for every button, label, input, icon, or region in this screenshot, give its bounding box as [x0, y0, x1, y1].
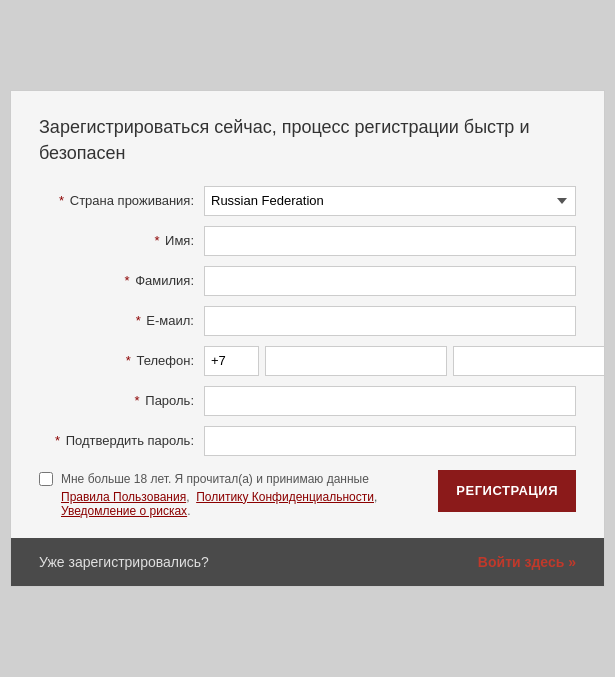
registration-card: Зарегистрироваться сейчас, процесс регис…	[10, 90, 605, 586]
form-section: Зарегистрироваться сейчас, процесс регис…	[11, 91, 604, 537]
email-input[interactable]	[204, 306, 576, 336]
name-input[interactable]	[204, 226, 576, 256]
lastname-row: * Фамилия:	[39, 266, 576, 296]
register-button[interactable]: РЕГИСТРАЦИЯ	[438, 470, 576, 512]
form-title: Зарегистрироваться сейчас, процесс регис…	[39, 115, 576, 165]
terms-left: Мне больше 18 лет. Я прочитал(а) и прини…	[39, 470, 428, 518]
phone-part1-input[interactable]	[265, 346, 447, 376]
required-star: *	[59, 193, 64, 208]
name-label: * Имя:	[39, 233, 204, 248]
login-link[interactable]: Войти здесь »	[478, 554, 576, 570]
required-star-email: *	[136, 313, 141, 328]
country-label: * Страна проживания:	[39, 193, 204, 208]
required-star-name: *	[154, 233, 159, 248]
phone-code-input[interactable]	[204, 346, 259, 376]
terms-text: Мне больше 18 лет. Я прочитал(а) и прини…	[61, 470, 428, 488]
footer-bar: Уже зарегистрировались? Войти здесь »	[11, 538, 604, 586]
footer-text: Уже зарегистрировались?	[39, 554, 209, 570]
password-input[interactable]	[204, 386, 576, 416]
lastname-label: * Фамилия:	[39, 273, 204, 288]
email-row: * Е-маил:	[39, 306, 576, 336]
terms-and-register: Мне больше 18 лет. Я прочитал(а) и прини…	[39, 470, 576, 518]
required-star-password: *	[135, 393, 140, 408]
terms-link-rules[interactable]: Правила Пользования	[61, 490, 186, 504]
terms-sub-links: Правила Пользования, Политику Конфиденци…	[61, 490, 428, 518]
password-label: * Пароль:	[39, 393, 204, 408]
required-star-confirm: *	[55, 433, 60, 448]
name-row: * Имя:	[39, 226, 576, 256]
lastname-input[interactable]	[204, 266, 576, 296]
password-row: * Пароль:	[39, 386, 576, 416]
country-row: * Страна проживания: Russian Federation …	[39, 186, 576, 216]
confirm-password-input[interactable]	[204, 426, 576, 456]
email-label: * Е-маил:	[39, 313, 204, 328]
phone-part2-input[interactable]	[453, 346, 605, 376]
terms-link-risks[interactable]: Уведомление о рисках	[61, 504, 187, 518]
required-star-lastname: *	[125, 273, 130, 288]
required-star-phone: *	[126, 353, 131, 368]
confirm-password-row: * Подтвердить пароль:	[39, 426, 576, 456]
phone-row: * Телефон:	[39, 346, 576, 376]
phone-label: * Телефон:	[39, 353, 204, 368]
terms-link-privacy[interactable]: Политику Конфиденциальности	[196, 490, 374, 504]
phone-inputs	[204, 346, 605, 376]
confirm-password-label: * Подтвердить пароль:	[39, 433, 204, 448]
terms-main-line: Мне больше 18 лет. Я прочитал(а) и прини…	[39, 470, 428, 488]
terms-checkbox[interactable]	[39, 472, 53, 486]
country-select[interactable]: Russian Federation United States Germany…	[204, 186, 576, 216]
